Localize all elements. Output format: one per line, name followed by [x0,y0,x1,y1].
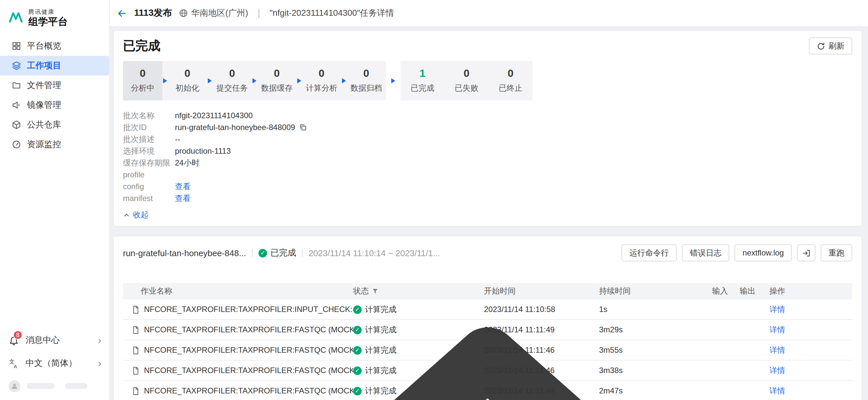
sidebar-item-label: 平台概览 [27,40,61,52]
message-count-badge: 8 [13,330,22,339]
stage-archiving[interactable]: 0 数据归档 [346,61,386,100]
sidebar-item-label: 工作项目 [27,60,61,72]
stage-terminated[interactable]: 0 已终止 [489,61,533,100]
sidebar-item-public-repository[interactable]: 公共仓库 [0,115,109,135]
back-arrow-icon[interactable] [116,7,128,19]
nextflow-log-button[interactable]: nextflow.log [735,244,792,261]
app: 腾讯健康 组学平台 平台概览 工作项目 文件管理 镜像管理 [0,0,868,400]
stage-initializing[interactable]: 0 初始化 [168,61,207,100]
sidebar-item-message-center[interactable]: 8 消息中心 › [0,328,109,352]
field-cache-ttl: 缓存保存期限 24小时 [123,157,852,169]
stage-arrow-icon [391,78,395,84]
run-detail-card: run-grateful-tan-honeybee-848... ✓ 已完成 2… [114,236,861,400]
field-label: 缓存保存期限 [123,157,175,168]
job-start-time: 2023/11/14 11:11:46 [484,366,599,375]
stage-analyzing[interactable]: 0 分析中 [123,61,162,100]
batch-status-card: 已完成 刷新 0 分析中 [114,31,861,226]
check-circle-icon: ✓ [353,366,362,375]
brand-logo-icon [8,10,24,26]
pipeline-final-group: 1 已完成 0 已失败 0 已终止 [400,61,533,100]
divider [252,249,252,257]
brand-line1: 腾讯健康 [28,8,68,16]
job-start-time: 2023/11/14 11:11:49 [484,325,599,334]
column-header-start-time: 开始时间 [484,286,599,297]
megaphone-icon [12,100,21,110]
detail-link[interactable]: 详情 [769,366,785,375]
redacted-user-info [65,383,88,389]
refresh-button[interactable]: 刷新 [809,37,852,55]
run-id: run-grateful-tan-honeybee-848... [123,248,246,258]
file-icon [131,326,140,334]
export-icon [802,248,810,257]
table-row: NFCORE_TAXPROFILER:TAXPROFILER:INPUT_CHE… [123,300,852,320]
sidebar-item-work-projects[interactable]: 工作项目 [0,56,109,75]
redacted-username [27,383,55,389]
batch-detail-fields: 批次名称 nfgit-20231114104300 批次ID run-grate… [123,110,852,204]
export-button[interactable] [797,244,815,261]
job-duration: 2m47s [599,386,712,395]
job-duration: 1s [599,305,712,314]
refresh-icon [817,42,825,50]
stage-failed[interactable]: 0 已失败 [444,61,489,100]
file-icon [131,387,140,395]
detail-link[interactable]: 详情 [769,386,785,395]
detail-link[interactable]: 详情 [769,345,785,354]
field-profile: profile [123,169,852,180]
user-account-row[interactable] [0,374,109,397]
brand-logo: 腾讯健康 组学平台 [0,0,109,30]
sidebar-item-resource-monitoring[interactable]: 资源监控 [0,135,109,154]
check-circle-icon: ✓ [353,346,362,354]
sidebar-item-platform-overview[interactable]: 平台概览 [0,36,109,56]
detail-link[interactable]: 详情 [769,304,785,313]
run-command-button[interactable]: 运行命令行 [622,244,677,261]
field-batch-id: 批次ID run-grateful-tan-honeybee-848009 [123,122,852,133]
stage-label: 分析中 [131,83,155,94]
chevron-up-icon [123,211,130,219]
sidebar-item-label: 公共仓库 [27,119,61,131]
job-start-time: 2023/11/14 11:10:58 [484,305,599,314]
field-label: 批次描述 [123,134,175,145]
main-area: 1113发布 华南地区(广州) ｜ "nfgit-20231114104300"… [110,0,868,400]
stage-arrow-icon [208,78,212,84]
folder-icon [12,81,21,90]
stage-label: 初始化 [176,83,199,94]
stage-arrow-icon [163,78,167,84]
sidebar-item-image-management[interactable]: 镜像管理 [0,95,109,115]
stage-computing[interactable]: 0 计算分析 [302,61,341,100]
region-selector[interactable]: 华南地区(广州) [179,7,248,19]
job-name: NFCORE_TAXPROFILER:TAXPROFILER:FASTQC (M… [144,345,353,355]
field-manifest: manifest 查看 [123,193,852,204]
gauge-icon [12,140,21,149]
check-circle-icon: ✓ [353,305,362,313]
error-log-button[interactable]: 错误日志 [682,244,730,261]
detail-link[interactable]: 详情 [769,325,785,334]
manifest-view-link[interactable]: 查看 [175,193,191,204]
field-label: 批次ID [123,122,175,133]
field-value: nfgit-20231114104300 [175,111,253,120]
copy-icon[interactable] [299,124,307,131]
brand-line2: 组学平台 [28,16,68,27]
rerun-button[interactable]: 重跑 [820,244,852,261]
job-start-time: 2023/11/14 11:11:46 [484,345,599,355]
jobs-table-header: 作业名称 状态 开始时间 持续时间 输入 输出 操作 [123,283,852,300]
column-header-job-name: 作业名称 [123,286,353,297]
filter-icon[interactable] [372,288,379,295]
field-label: profile [123,170,175,179]
sidebar-item-label: 文件管理 [27,79,61,91]
job-status: 计算完成 [365,344,397,356]
config-view-link[interactable]: 查看 [175,181,191,192]
stage-data-caching[interactable]: 0 数据缓存 [257,61,297,100]
language-label: 中文（简体） [26,357,77,369]
stage-label: 计算分析 [306,83,337,94]
divider [302,249,303,257]
collapse-toggle[interactable]: 收起 [123,209,149,221]
sidebar-item-language[interactable]: 文A 中文（简体） › [0,352,109,374]
file-icon [131,305,140,313]
layers-icon [12,61,21,70]
sidebar-item-file-management[interactable]: 文件管理 [0,75,109,95]
sidebar-menu: 平台概览 工作项目 文件管理 镜像管理 公共仓库 资源监控 [0,36,109,154]
stage-completed[interactable]: 1 已完成 [400,61,444,100]
field-label: manifest [123,194,175,203]
svg-text:A: A [14,364,17,368]
stage-submitting[interactable]: 0 提交任务 [212,61,252,100]
